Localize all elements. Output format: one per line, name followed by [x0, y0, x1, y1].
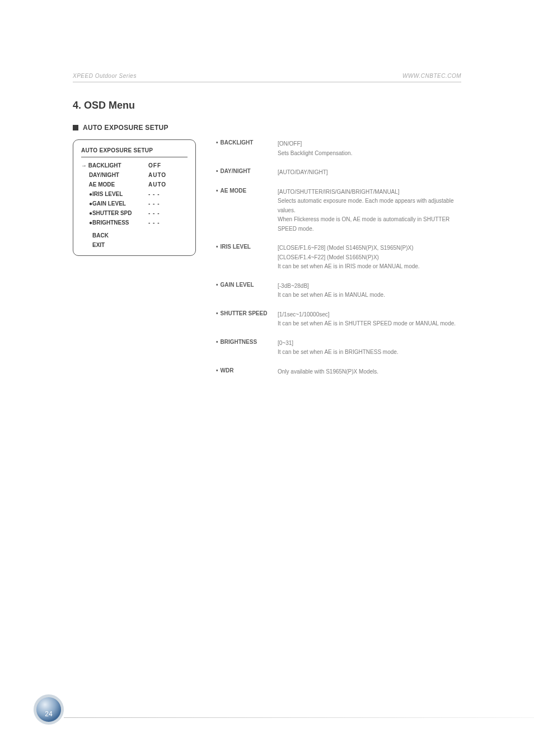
page-badge: 24: [34, 694, 64, 725]
square-bullet-icon: [73, 125, 78, 130]
desc-line: [0~31]: [278, 339, 461, 348]
desc-label: •IRIS LEVEL: [216, 244, 278, 272]
osd-value: - - -: [148, 218, 160, 227]
desc-text: [AUTO/DAY/NIGHT]: [278, 168, 461, 178]
svg-point-1: [36, 697, 61, 722]
osd-label: ●IRIS LEVEL: [81, 189, 148, 199]
osd-label: EXIT: [81, 242, 105, 248]
osd-menu-box: AUTO EXPOSURE SETUP → BACKLIGHTOFF DAY/N…: [73, 139, 196, 256]
desc-label: •DAY/NIGHT: [216, 168, 278, 178]
desc-line: It can be set when AE is in SHUTTER SPEE…: [278, 319, 461, 329]
desc-line: It can be set when AE is in IRIS mode or…: [278, 262, 461, 272]
page-badge-icon: [34, 694, 64, 725]
desc-text: [CLOSE/F1.6~F28] (Model S1465N(P)X, S196…: [278, 244, 461, 272]
osd-row: DAY/NIGHTAUTO: [81, 170, 188, 180]
desc-text: [-3dB~28dB] It can be set when AE is in …: [278, 282, 461, 300]
bullet-icon: •: [216, 282, 218, 288]
desc-label: •WDR: [216, 367, 278, 377]
page-number: 24: [34, 710, 64, 718]
description-column: •BACKLIGHT [ON/OFF] Sets Backlight Compe…: [216, 139, 461, 386]
bullet-icon: •: [216, 168, 218, 174]
desc-line: It can be set when AE is in BRIGHTNESS m…: [278, 348, 461, 357]
desc-line: [-3dB~28dB]: [278, 282, 461, 291]
osd-label: → BACKLIGHT: [81, 161, 148, 170]
desc-line: Only available with S1965N(P)X Models.: [278, 367, 461, 377]
osd-value: OFF: [148, 161, 161, 170]
osd-value: AUTO: [148, 170, 166, 180]
desc-line: [CLOSE/F1.6~F28] (Model S1465N(P)X, S196…: [278, 244, 461, 253]
footer-rule: [64, 717, 534, 718]
desc-item: •WDR Only available with S1965N(P)X Mode…: [216, 367, 461, 377]
desc-label: •SHUTTER SPEED: [216, 310, 278, 329]
osd-label: DAY/NIGHT: [81, 170, 148, 180]
desc-item: •GAIN LEVEL [-3dB~28dB] It can be set wh…: [216, 282, 461, 300]
section-heading: AUTO EXPOSURE SETUP: [73, 124, 461, 132]
header-rule: [73, 82, 461, 82]
content-area: 4. OSD Menu AUTO EXPOSURE SETUP AUTO EXP…: [73, 100, 461, 386]
desc-label: •AE MODE: [216, 188, 278, 234]
desc-item: •DAY/NIGHT [AUTO/DAY/NIGHT]: [216, 168, 461, 178]
bullet-icon: •: [216, 244, 218, 250]
desc-item: •AE MODE [AUTO/SHUTTER/IRIS/GAIN/BRIGHT/…: [216, 188, 461, 234]
bullet-icon: •: [216, 139, 218, 146]
osd-value: - - -: [148, 208, 160, 218]
osd-label: AE MODE: [81, 180, 148, 189]
header-right: WWW.CNBTEC.COM: [402, 73, 461, 79]
osd-menu-rows: → BACKLIGHTOFF DAY/NIGHTAUTO AE MODEAUTO…: [81, 161, 188, 227]
header-left: XPEED Outdoor Series: [73, 73, 137, 79]
osd-value: - - -: [148, 189, 160, 199]
desc-label: •BRIGHTNESS: [216, 339, 278, 357]
osd-label: ●SHUTTER SPD: [81, 208, 148, 218]
desc-item: •SHUTTER SPEED [1/1sec~1/10000sec] It ca…: [216, 310, 461, 329]
desc-text: [ON/OFF] Sets Backlight Compensation.: [278, 139, 461, 158]
osd-row: ●BRIGHTNESS- - -: [81, 218, 188, 227]
osd-value: - - -: [148, 199, 160, 208]
osd-menu-box-title: AUTO EXPOSURE SETUP: [81, 146, 188, 157]
desc-line: [AUTO/SHUTTER/IRIS/GAIN/BRIGHT/MANUAL]: [278, 188, 461, 197]
two-column-layout: AUTO EXPOSURE SETUP → BACKLIGHTOFF DAY/N…: [73, 139, 461, 386]
desc-line: [CLOSE/F1.4~F22] (Model S1665N(P)X): [278, 253, 461, 263]
osd-label: BACK: [81, 232, 109, 239]
desc-line: When Flickeress mode is ON, AE mode is a…: [278, 215, 461, 234]
osd-row: AE MODEAUTO: [81, 180, 188, 189]
bullet-icon: •: [216, 310, 218, 316]
desc-text: Only available with S1965N(P)X Models.: [278, 367, 461, 377]
bullet-icon: •: [216, 367, 218, 374]
desc-item: •BACKLIGHT [ON/OFF] Sets Backlight Compe…: [216, 139, 461, 158]
desc-text: [AUTO/SHUTTER/IRIS/GAIN/BRIGHT/MANUAL] S…: [278, 188, 461, 234]
desc-text: [1/1sec~1/10000sec] It can be set when A…: [278, 310, 461, 329]
desc-line: [ON/OFF]: [278, 139, 461, 149]
desc-line: Selects automatic exposure mode. Each mo…: [278, 197, 461, 215]
bullet-icon: •: [216, 339, 218, 345]
bullet-icon: •: [216, 188, 218, 194]
osd-row: EXIT: [81, 240, 188, 250]
desc-item: •BRIGHTNESS [0~31] It can be set when AE…: [216, 339, 461, 357]
desc-label: •GAIN LEVEL: [216, 282, 278, 300]
page-title: 4. OSD Menu: [73, 100, 461, 111]
osd-label: ●BRIGHTNESS: [81, 218, 148, 227]
osd-row: ●IRIS LEVEL- - -: [81, 189, 188, 199]
desc-line: [AUTO/DAY/NIGHT]: [278, 168, 461, 178]
desc-text: [0~31] It can be set when AE is in BRIGH…: [278, 339, 461, 357]
desc-line: [1/1sec~1/10000sec]: [278, 310, 461, 320]
page-header: XPEED Outdoor Series WWW.CNBTEC.COM: [73, 73, 461, 79]
desc-line: Sets Backlight Compensation.: [278, 149, 461, 158]
osd-row: → BACKLIGHTOFF: [81, 161, 188, 170]
osd-row: ●SHUTTER SPD- - -: [81, 208, 188, 218]
desc-line: It can be set when AE is in MANUAL mode.: [278, 291, 461, 300]
osd-menu-bottom: BACK EXIT: [81, 231, 188, 250]
osd-label: ●GAIN LEVEL: [81, 199, 148, 208]
osd-row: BACK: [81, 231, 188, 240]
section-title: AUTO EXPOSURE SETUP: [83, 124, 168, 132]
desc-label: •BACKLIGHT: [216, 139, 278, 158]
osd-value: AUTO: [148, 180, 166, 189]
desc-item: •IRIS LEVEL [CLOSE/F1.6~F28] (Model S146…: [216, 244, 461, 272]
osd-row: ●GAIN LEVEL- - -: [81, 199, 188, 208]
